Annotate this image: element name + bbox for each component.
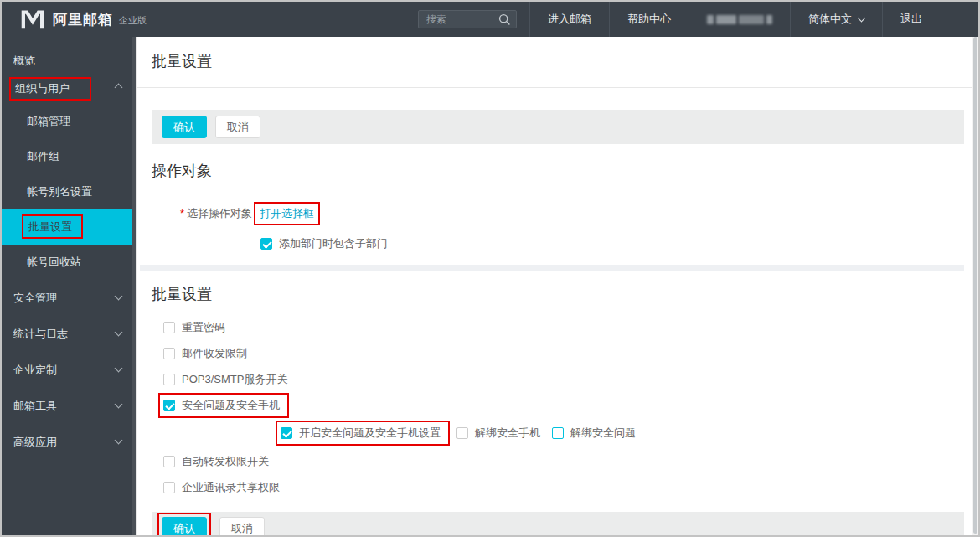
alimail-logo-icon bbox=[20, 8, 45, 30]
option-pop3-smtp: POP3/SMTP服务开关 bbox=[163, 366, 972, 392]
masked-account-text bbox=[707, 15, 772, 24]
logout-button[interactable]: 退出 bbox=[882, 2, 940, 37]
select-target-label: *选择操作对象 bbox=[152, 206, 252, 221]
include-subdept-row: 添加部门时包含子部门 bbox=[260, 237, 972, 250]
sidebar-item-enterprise-custom[interactable]: 企业定制 bbox=[2, 352, 136, 388]
nav-help-center-label: 帮助中心 bbox=[627, 12, 671, 27]
chevron-up-icon bbox=[116, 89, 121, 90]
sidebar-item-account-recycle[interactable]: 帐号回收站 bbox=[2, 245, 136, 280]
bottom-action-bar: 确认 取消 bbox=[152, 512, 964, 535]
enable-security-settings-label: 开启安全问题及安全手机设置 bbox=[299, 426, 441, 441]
option-security-question-phone: 安全问题及安全手机 bbox=[163, 392, 972, 418]
sidebar-item-mailbox-management[interactable]: 邮箱管理 bbox=[2, 104, 136, 139]
chevron-down-icon bbox=[116, 334, 121, 335]
chevron-down-icon bbox=[116, 370, 121, 371]
annotation-box: 批量设置 bbox=[22, 214, 83, 239]
nav-help-center[interactable]: 帮助中心 bbox=[609, 2, 689, 37]
top-action-bar: 确认 取消 bbox=[152, 110, 964, 144]
annotation-box: 打开选择框 bbox=[254, 202, 320, 225]
sidebar-item-security-management[interactable]: 安全管理 bbox=[2, 280, 136, 316]
confirm-button-bottom[interactable]: 确认 bbox=[162, 517, 207, 535]
option-auto-forward: 自动转发权限开关 bbox=[163, 448, 972, 474]
vertical-scrollbar[interactable] bbox=[972, 37, 978, 535]
open-selector-link[interactable]: 打开选择框 bbox=[260, 206, 314, 221]
sidebar-item-label: 企业定制 bbox=[13, 364, 57, 376]
section-title-batch: 批量设置 bbox=[152, 284, 972, 304]
contacts-share-checkbox[interactable] bbox=[163, 482, 175, 493]
sidebar-item-mail-groups[interactable]: 邮件组 bbox=[2, 139, 136, 174]
security-question-phone-checkbox[interactable] bbox=[163, 400, 175, 411]
sidebar-item-label: 邮件组 bbox=[27, 150, 59, 163]
confirm-button-top[interactable]: 确认 bbox=[162, 116, 207, 138]
sidebar-item-org-users[interactable]: 组织与用户 bbox=[2, 74, 136, 104]
enable-security-settings-checkbox[interactable] bbox=[281, 427, 292, 439]
pop3-smtp-checkbox[interactable] bbox=[163, 374, 175, 385]
pop3-smtp-label: POP3/SMTP服务开关 bbox=[182, 372, 287, 387]
annotation-box: 组织与用户 bbox=[9, 77, 91, 101]
auto-forward-label: 自动转发权限开关 bbox=[182, 454, 269, 469]
reset-password-label: 重置密码 bbox=[182, 320, 225, 335]
option-mail-limit: 邮件收发限制 bbox=[163, 340, 972, 366]
annotation-box: 安全问题及安全手机 bbox=[158, 393, 289, 418]
chevron-down-icon bbox=[858, 13, 866, 22]
include-subdept-label: 添加部门时包含子部门 bbox=[279, 236, 388, 251]
mail-limit-checkbox[interactable] bbox=[163, 348, 175, 359]
include-subdept-checkbox[interactable] bbox=[260, 238, 272, 250]
page-header: 批量设置 bbox=[137, 37, 972, 88]
required-mark: * bbox=[180, 207, 184, 219]
sidebar-item-label: 统计与日志 bbox=[13, 328, 68, 340]
sidebar-item-account-alias[interactable]: 帐号别名设置 bbox=[2, 174, 136, 209]
sidebar-item-batch-settings[interactable]: 批量设置 bbox=[2, 209, 136, 245]
page-title: 批量设置 bbox=[152, 51, 957, 71]
reset-password-checkbox[interactable] bbox=[163, 322, 175, 333]
sidebar-item-label: 帐号回收站 bbox=[27, 256, 81, 268]
sidebar-item-label: 高级应用 bbox=[13, 436, 57, 448]
cancel-button-bottom[interactable]: 取消 bbox=[219, 517, 265, 535]
contacts-share-label: 企业通讯录共享权限 bbox=[182, 480, 280, 495]
nav-enter-mail[interactable]: 进入邮箱 bbox=[529, 2, 609, 37]
unbind-phone-checkbox[interactable] bbox=[456, 427, 468, 439]
header-search bbox=[418, 10, 517, 28]
sidebar-item-label: 帐号别名设置 bbox=[27, 185, 92, 198]
top-header: 阿里邮箱 企业版 进入邮箱 帮助中心 简体中文 bbox=[2, 2, 978, 37]
select-target-row: *选择操作对象 打开选择框 bbox=[152, 203, 972, 225]
account-name-masked[interactable] bbox=[689, 2, 790, 37]
sidebar-item-label: 邮箱工具 bbox=[13, 400, 57, 412]
annotation-box: 开启安全问题及安全手机设置 bbox=[276, 421, 450, 446]
chevron-down-icon bbox=[116, 298, 121, 299]
scrollbar-thumb[interactable] bbox=[973, 37, 977, 534]
section-title-target: 操作对象 bbox=[152, 161, 972, 181]
brand-title: 阿里邮箱 bbox=[53, 10, 113, 29]
unbind-question-checkbox[interactable] bbox=[552, 427, 564, 439]
cancel-button-top[interactable]: 取消 bbox=[215, 116, 260, 138]
sidebar-item-label: 批量设置 bbox=[28, 220, 72, 233]
sidebar-item-mailbox-tools[interactable]: 邮箱工具 bbox=[2, 388, 136, 424]
security-question-phone-label: 安全问题及安全手机 bbox=[182, 398, 280, 413]
annotation-box: 确认 bbox=[157, 513, 211, 535]
mail-limit-label: 邮件收发限制 bbox=[182, 346, 247, 361]
auto-forward-checkbox[interactable] bbox=[163, 456, 175, 467]
security-sub-options-row: 开启安全问题及安全手机设置 解绑安全手机 解绑安全问题 bbox=[281, 418, 972, 448]
brand-edition: 企业版 bbox=[119, 14, 147, 27]
logout-label: 退出 bbox=[900, 12, 922, 27]
nav-enter-mail-label: 进入邮箱 bbox=[548, 12, 591, 27]
brand: 阿里邮箱 企业版 bbox=[20, 8, 147, 30]
select-target-label-text: 选择操作对象 bbox=[187, 207, 252, 219]
sidebar-item-advanced-apps[interactable]: 高级应用 bbox=[2, 424, 136, 460]
language-switcher[interactable]: 简体中文 bbox=[790, 2, 882, 37]
sidebar-item-stats-logs[interactable]: 统计与日志 bbox=[2, 316, 136, 352]
language-label: 简体中文 bbox=[808, 12, 852, 27]
header-nav: 进入邮箱 帮助中心 简体中文 退出 bbox=[529, 2, 940, 37]
chevron-down-icon bbox=[116, 442, 121, 443]
search-icon[interactable] bbox=[498, 13, 511, 29]
unbind-phone-label: 解绑安全手机 bbox=[475, 426, 540, 441]
option-contacts-share: 企业通讯录共享权限 bbox=[163, 474, 972, 500]
sidebar-item-label: 组织与用户 bbox=[15, 82, 70, 95]
chevron-down-icon bbox=[116, 406, 121, 407]
sidebar-item-label: 安全管理 bbox=[13, 292, 57, 304]
sidebar: 概览 组织与用户 邮箱管理 邮件组 帐号别名设置 批量设置 帐号回收站 安全管理 bbox=[2, 37, 136, 535]
sidebar-item-overview[interactable]: 概览 bbox=[2, 49, 136, 74]
sidebar-item-label: 邮箱管理 bbox=[27, 115, 70, 127]
unbind-question-label: 解绑安全问题 bbox=[570, 426, 636, 441]
sidebar-item-label: 概览 bbox=[13, 54, 35, 67]
